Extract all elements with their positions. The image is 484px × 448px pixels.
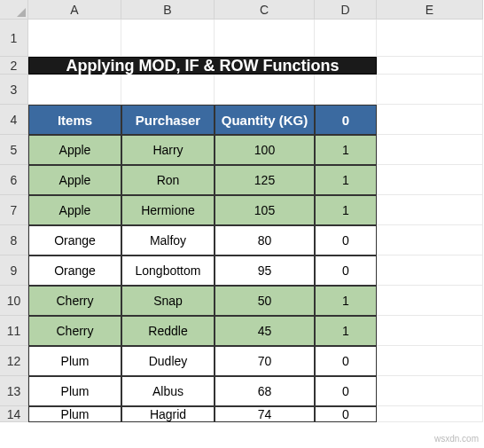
table-row[interactable]: Malfoy xyxy=(121,225,215,255)
table-row[interactable]: 0 xyxy=(315,225,377,255)
col-header-E[interactable]: E xyxy=(377,0,483,20)
table-row[interactable]: 125 xyxy=(215,165,315,195)
table-row[interactable]: Albus xyxy=(121,376,215,406)
row-header-13[interactable]: 13 xyxy=(0,376,28,406)
table-row[interactable]: 0 xyxy=(315,376,377,406)
col-header-D[interactable]: D xyxy=(315,0,377,20)
table-header-purchaser[interactable]: Purchaser xyxy=(121,105,215,135)
cell-E3[interactable] xyxy=(377,75,483,105)
table-row[interactable]: Hermione xyxy=(121,195,215,225)
col-header-B[interactable]: B xyxy=(121,0,215,20)
watermark: wsxdn.com xyxy=(434,434,479,444)
table-row[interactable]: 74 xyxy=(215,406,315,422)
cell-D3[interactable] xyxy=(315,75,377,105)
cell-B1[interactable] xyxy=(121,20,215,57)
row-header-11[interactable]: 11 xyxy=(0,316,28,346)
row-header-3[interactable]: 3 xyxy=(0,75,28,105)
table-row[interactable]: Plum xyxy=(28,346,121,376)
table-row[interactable]: 50 xyxy=(215,286,315,316)
table-row[interactable]: 95 xyxy=(215,255,315,286)
row-header-1[interactable]: 1 xyxy=(0,20,28,57)
cell-overflow[interactable] xyxy=(377,195,483,225)
cell-overflow[interactable] xyxy=(377,346,483,376)
table-row[interactable]: 45 xyxy=(215,316,315,346)
title-cell[interactable]: Applying MOD, IF & ROW Functions xyxy=(28,57,377,75)
table-row[interactable]: 1 xyxy=(315,195,377,225)
table-row[interactable]: Cherry xyxy=(28,286,121,316)
table-row[interactable]: 1 xyxy=(315,286,377,316)
row-header-2[interactable]: 2 xyxy=(0,57,28,75)
table-header-flag[interactable]: 0 xyxy=(315,105,377,135)
cell-overflow[interactable] xyxy=(377,406,483,422)
table-header-quantity[interactable]: Quantity (KG) xyxy=(215,105,315,135)
table-row[interactable]: Harry xyxy=(121,135,215,165)
spreadsheet-grid: A B C D E 1 2 Applying MOD, IF & ROW Fun… xyxy=(0,0,484,422)
table-row[interactable]: Apple xyxy=(28,165,121,195)
table-row[interactable]: Plum xyxy=(28,376,121,406)
table-row[interactable]: Snap xyxy=(121,286,215,316)
cell-E2-overflow[interactable] xyxy=(377,57,483,75)
select-all-corner[interactable] xyxy=(0,0,28,20)
table-row[interactable]: 1 xyxy=(315,135,377,165)
table-row[interactable]: Dudley xyxy=(121,346,215,376)
cell-E1[interactable] xyxy=(377,20,483,57)
cell-overflow[interactable] xyxy=(377,225,483,255)
cell-C1[interactable] xyxy=(215,20,315,57)
row-header-5[interactable]: 5 xyxy=(0,135,28,165)
table-row[interactable]: 70 xyxy=(215,346,315,376)
cell-overflow[interactable] xyxy=(377,316,483,346)
table-row[interactable]: 0 xyxy=(315,406,377,422)
row-header-4[interactable]: 4 xyxy=(0,105,28,135)
cell-overflow[interactable] xyxy=(377,376,483,406)
cell-overflow[interactable] xyxy=(377,135,483,165)
table-row[interactable]: 1 xyxy=(315,316,377,346)
table-row[interactable]: 0 xyxy=(315,255,377,286)
cell-A1[interactable] xyxy=(28,20,121,57)
table-row[interactable]: 100 xyxy=(215,135,315,165)
cell-C3[interactable] xyxy=(215,75,315,105)
table-row[interactable]: 1 xyxy=(315,165,377,195)
table-row[interactable]: Hagrid xyxy=(121,406,215,422)
cell-A3[interactable] xyxy=(28,75,121,105)
table-row[interactable]: Reddle xyxy=(121,316,215,346)
table-header-items[interactable]: Items xyxy=(28,105,121,135)
row-header-6[interactable]: 6 xyxy=(0,165,28,195)
row-header-7[interactable]: 7 xyxy=(0,195,28,225)
cell-F4-overflow[interactable] xyxy=(377,105,483,135)
table-row[interactable]: Orange xyxy=(28,255,121,286)
table-row[interactable]: 68 xyxy=(215,376,315,406)
table-row[interactable]: Apple xyxy=(28,135,121,165)
row-header-8[interactable]: 8 xyxy=(0,225,28,255)
table-row[interactable]: 80 xyxy=(215,225,315,255)
table-row[interactable]: Apple xyxy=(28,195,121,225)
col-header-C[interactable]: C xyxy=(215,0,315,20)
row-header-12[interactable]: 12 xyxy=(0,346,28,376)
row-header-10[interactable]: 10 xyxy=(0,286,28,316)
cell-B3[interactable] xyxy=(121,75,215,105)
cell-overflow[interactable] xyxy=(377,255,483,286)
col-header-A[interactable]: A xyxy=(28,0,121,20)
cell-D1[interactable] xyxy=(315,20,377,57)
table-row[interactable]: Longbottom xyxy=(121,255,215,286)
table-row[interactable]: Orange xyxy=(28,225,121,255)
table-row[interactable]: Ron xyxy=(121,165,215,195)
table-row[interactable]: 105 xyxy=(215,195,315,225)
table-row[interactable]: 0 xyxy=(315,346,377,376)
table-row[interactable]: Plum xyxy=(28,406,121,422)
row-header-9[interactable]: 9 xyxy=(0,255,28,286)
row-header-14[interactable]: 14 xyxy=(0,406,28,422)
cell-overflow[interactable] xyxy=(377,286,483,316)
cell-overflow[interactable] xyxy=(377,165,483,195)
table-row[interactable]: Cherry xyxy=(28,316,121,346)
